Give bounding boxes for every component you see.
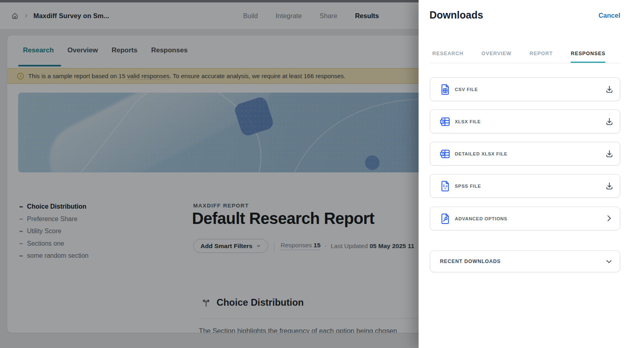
download-card-label: SPSS FILE (455, 184, 481, 188)
xlsx-file-icon: x (439, 148, 451, 160)
download-card-label: CSV FILE (455, 87, 478, 92)
downloads-tab-research[interactable]: RESEARCH (432, 51, 463, 63)
download-card-xlsx[interactable]: x XLSX FILE (430, 110, 620, 133)
advanced-options-file-icon (439, 213, 451, 225)
download-card-detailed-xlsx[interactable]: x DETAILED XLSX FILE (430, 142, 620, 166)
recent-downloads-label: RECENT DOWNLOADS (440, 259, 501, 264)
chevron-down-icon[interactable] (605, 257, 613, 266)
svg-text:x: x (442, 152, 443, 155)
screen: Maxdiff Survey on Sm... Build Integrate … (0, 0, 644, 348)
downloads-tabs-divider (430, 63, 620, 63)
download-card-label: DETAILED XLSX FILE (455, 151, 508, 156)
download-card-label: ADVANCED OPTIONS (455, 216, 507, 221)
svg-text:÷: ÷ (444, 187, 447, 191)
cancel-button[interactable]: Cancel (599, 12, 620, 19)
download-icon[interactable] (605, 149, 614, 159)
svg-text:x: x (442, 120, 443, 123)
download-card-label: XLSX FILE (455, 119, 481, 124)
downloads-tab-overview[interactable]: OVERVIEW (481, 51, 511, 63)
download-card-advanced-options[interactable]: ADVANCED OPTIONS (430, 207, 620, 230)
downloads-tab-report[interactable]: REPORT (530, 51, 553, 63)
download-icon[interactable] (605, 85, 614, 94)
recent-downloads-expander[interactable]: RECENT DOWNLOADS (430, 251, 620, 272)
chevron-right-icon[interactable] (605, 214, 614, 224)
download-icon[interactable] (605, 117, 614, 126)
downloads-drawer: Downloads Cancel RESEARCH OVERVIEW REPOR… (419, 0, 644, 348)
drawer-title: Downloads (429, 9, 483, 21)
download-card-spss[interactable]: Σ α ÷ SPSS FILE (430, 174, 620, 198)
downloads-tab-responses[interactable]: RESPONSES (571, 51, 605, 63)
downloads-tabs: RESEARCH OVERVIEW REPORT RESPONSES (432, 51, 605, 63)
download-icon[interactable] (605, 181, 614, 191)
csv-file-icon (439, 83, 451, 95)
spss-file-icon: Σ α ÷ (439, 180, 451, 192)
download-card-csv[interactable]: CSV FILE (430, 77, 620, 101)
xlsx-file-icon: x (439, 116, 451, 128)
